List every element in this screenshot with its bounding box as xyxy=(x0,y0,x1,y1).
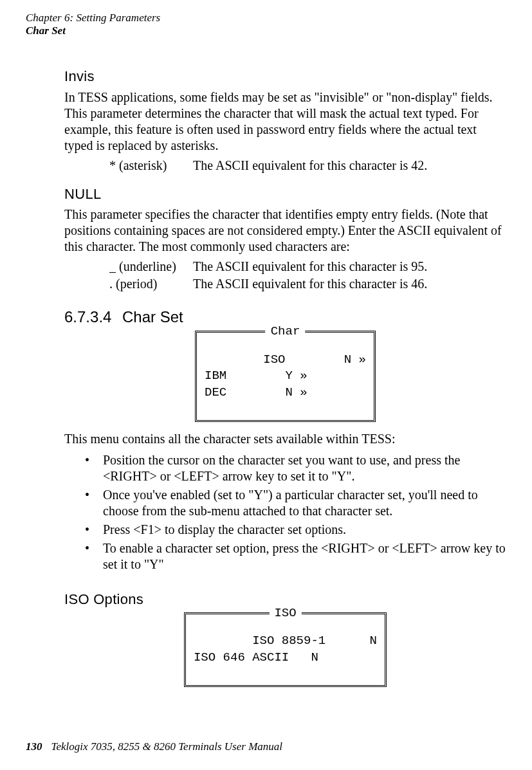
iso-menu-title: ISO xyxy=(269,605,301,622)
bullet-4: To enable a character set option, press … xyxy=(85,540,506,573)
content-area: Invis In TESS applications, some fields … xyxy=(64,68,506,687)
footer: 130Teklogix 7035, 8255 & 8260 Terminals … xyxy=(26,740,282,753)
heading-invis: Invis xyxy=(64,68,506,86)
bullet-1: Position the cursor on the character set… xyxy=(85,452,506,484)
section-number: 6.7.3.4 xyxy=(64,307,122,327)
bullet-3: Press <F1> to display the character set … xyxy=(85,522,506,538)
invis-row-text: The ASCII equivalent for this character … xyxy=(193,158,506,174)
para-null: This parameter specifies the character t… xyxy=(64,206,506,255)
page: Chapter 6: Setting Parameters Char Set I… xyxy=(0,0,532,770)
running-header: Chapter 6: Setting Parameters Char Set xyxy=(26,12,506,37)
char-menu-title: Char xyxy=(266,324,306,340)
charset-bullets: Position the cursor on the character set… xyxy=(85,452,506,573)
invis-row: * (asterisk) The ASCII equivalent for th… xyxy=(109,158,506,174)
footer-text: Teklogix 7035, 8255 & 8260 Terminals Use… xyxy=(51,740,283,753)
page-number: 130 xyxy=(26,740,42,753)
null-row2-text: The ASCII equivalent for this character … xyxy=(193,276,506,292)
iso-menu-wrap: ISOISO 8859-1 N ISO 646 ASCII N xyxy=(64,612,506,688)
char-menu-box: CharISO N » IBM Y » DEC N » xyxy=(195,331,376,422)
para-invis: In TESS applications, some fields may be… xyxy=(64,89,506,154)
iso-menu-lines: ISO 8859-1 N ISO 646 ASCII N xyxy=(194,634,377,665)
char-menu-wrap: CharISO N » IBM Y » DEC N » xyxy=(64,331,506,422)
iso-menu-box: ISOISO 8859-1 N ISO 646 ASCII N xyxy=(184,612,387,688)
null-row1-label: _ (underline) xyxy=(109,259,193,275)
null-row-1: _ (underline) The ASCII equivalent for t… xyxy=(109,259,506,275)
null-row1-text: The ASCII equivalent for this character … xyxy=(193,259,506,275)
header-section: Char Set xyxy=(26,24,506,37)
null-row2-label: . (period) xyxy=(109,276,193,292)
section-title: Char Set xyxy=(122,308,183,325)
para-charset-intro: This menu contains all the character set… xyxy=(64,431,506,447)
header-chapter: Chapter 6: Setting Parameters xyxy=(26,12,506,24)
null-row-2: . (period) The ASCII equivalent for this… xyxy=(109,276,506,292)
invis-row-label: * (asterisk) xyxy=(109,158,193,174)
char-menu-lines: ISO N » IBM Y » DEC N » xyxy=(205,353,366,399)
heading-null: NULL xyxy=(64,185,506,203)
bullet-2: Once you've enabled (set to "Y") a parti… xyxy=(85,487,506,519)
